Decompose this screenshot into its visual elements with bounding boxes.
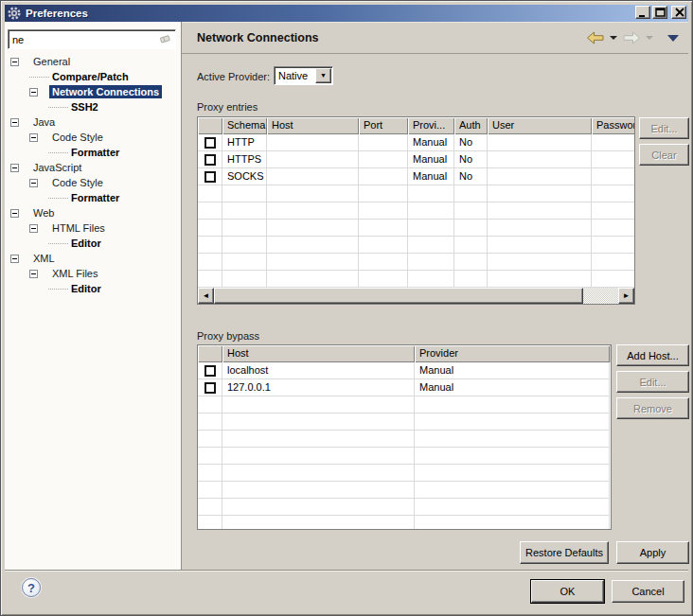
column-header-schema[interactable]: Schema <box>222 117 267 134</box>
cell <box>454 271 488 288</box>
combo-dropdown-icon[interactable]: ▼ <box>315 68 331 83</box>
tree-item-formatter[interactable]: Formatter <box>5 190 180 205</box>
edit-button[interactable]: Edit... <box>639 117 689 139</box>
row-checkbox[interactable] <box>204 137 216 149</box>
cell <box>198 448 222 465</box>
column-header-provider[interactable]: Provider <box>415 345 610 362</box>
tree-expander-icon[interactable] <box>10 118 19 127</box>
tree-item-java[interactable]: Java <box>5 114 180 130</box>
cell <box>198 202 222 220</box>
row-checkbox[interactable] <box>204 171 216 183</box>
cancel-button[interactable]: Cancel <box>612 580 684 603</box>
cell <box>222 448 415 465</box>
scroll-left-icon[interactable]: ◄ <box>198 288 214 304</box>
active-provider-combo[interactable]: Native ▼ <box>274 66 333 85</box>
column-header-user[interactable]: User <box>488 117 592 134</box>
add-host-button[interactable]: Add Host... <box>616 344 689 366</box>
proxy-entry-row[interactable]: HTTPManualNo <box>198 134 634 151</box>
cell <box>198 220 222 237</box>
column-header-checkbox[interactable] <box>198 117 222 134</box>
column-header-host[interactable]: Host <box>222 345 415 362</box>
tree-item-code-style[interactable]: Code Style <box>5 130 180 145</box>
restore-defaults-button[interactable]: Restore Defaults <box>520 541 609 564</box>
tree-expander-icon[interactable] <box>29 88 38 97</box>
titlebar[interactable]: Preferences <box>5 5 688 22</box>
proxy-entries-hscrollbar[interactable]: ◄ ► <box>198 288 634 304</box>
back-icon[interactable] <box>586 31 605 44</box>
tree-item-label: Network Connections <box>49 85 162 98</box>
clear-button[interactable]: Clear <box>639 144 689 166</box>
column-header-host[interactable]: Host <box>267 117 359 134</box>
tree-expander-icon[interactable] <box>10 209 19 218</box>
column-header-auth[interactable]: Auth <box>454 117 488 134</box>
back-history-dropdown-icon[interactable] <box>610 36 617 40</box>
proxy-entry-row[interactable]: HTTPSManualNo <box>198 151 634 168</box>
proxy-bypass-table[interactable]: HostProviderlocalhostManual127.0.0.1Manu… <box>197 344 612 530</box>
tree-expander-icon[interactable] <box>29 133 38 142</box>
tree-item-compare-patch[interactable]: Compare/Patch <box>5 69 180 84</box>
cell <box>222 254 267 271</box>
tree-item-html-files[interactable]: HTML Files <box>5 220 180 236</box>
tree-item-formatter[interactable]: Formatter <box>5 145 180 160</box>
proxy-bypass-row[interactable]: 127.0.0.1Manual <box>198 379 611 396</box>
remove-button[interactable]: Remove <box>616 397 689 419</box>
column-header-password[interactable]: Password <box>592 117 635 134</box>
proxy-entry-row[interactable]: SOCKSManualNo <box>198 168 634 185</box>
tree-item-code-style[interactable]: Code Style <box>5 175 180 190</box>
cell <box>359 168 408 185</box>
column-header-provi[interactable]: Provi... <box>408 117 454 134</box>
cell <box>267 237 359 254</box>
cell <box>267 271 359 288</box>
tree-expander-icon[interactable] <box>10 58 19 66</box>
ok-button[interactable]: OK <box>531 580 604 603</box>
tree-item-label: Code Style <box>49 176 106 189</box>
minimize-button[interactable] <box>635 6 650 19</box>
clear-search-icon[interactable] <box>159 34 171 44</box>
tree-expander-icon[interactable] <box>29 224 38 233</box>
row-checkbox[interactable] <box>204 382 216 394</box>
row-checkbox[interactable] <box>204 365 216 377</box>
tree-item-ssh2[interactable]: SSH2 <box>5 99 180 114</box>
cell <box>222 499 415 516</box>
tree-item-xml-files[interactable]: XML Files <box>5 266 180 281</box>
tree-item-web[interactable]: Web <box>5 205 180 220</box>
proxy-entries-table[interactable]: SchemaHostPortProvi...AuthUserPasswordHT… <box>197 116 635 305</box>
table-header: HostProvider <box>198 345 611 362</box>
cell <box>454 237 488 254</box>
tree-item-editor[interactable]: Editor <box>5 236 180 251</box>
search-input[interactable] <box>9 34 159 45</box>
tree-expander-icon[interactable] <box>10 164 19 172</box>
forward-icon[interactable] <box>622 31 641 44</box>
tree-item-xml[interactable]: XML <box>5 251 180 266</box>
help-icon[interactable]: ? <box>22 578 41 597</box>
tree-item-editor[interactable]: Editor <box>5 281 180 296</box>
edit-button[interactable]: Edit... <box>616 371 689 393</box>
cell <box>592 151 635 168</box>
column-header-port[interactable]: Port <box>359 117 408 134</box>
cell <box>222 482 415 499</box>
forward-history-dropdown-icon[interactable] <box>646 36 653 40</box>
cell <box>592 134 635 151</box>
close-button[interactable] <box>671 6 686 19</box>
tree-item-javascript[interactable]: JavaScript <box>5 160 180 175</box>
proxy-bypass-row <box>198 396 611 414</box>
tree-expander-icon[interactable] <box>29 179 38 187</box>
proxy-bypass-row[interactable]: localhostManual <box>198 362 611 379</box>
cell: Manual <box>408 151 454 168</box>
tree-expander-icon[interactable] <box>29 270 38 278</box>
tree-item-network-connections[interactable]: Network Connections <box>5 84 180 99</box>
tree-item-label: XML Files <box>49 267 101 280</box>
row-checkbox[interactable] <box>204 154 216 166</box>
preferences-tree: GeneralCompare/PatchNetwork ConnectionsS… <box>5 54 180 570</box>
scroll-right-icon[interactable]: ► <box>618 288 634 304</box>
tree-item-general[interactable]: General <box>5 54 180 69</box>
column-header-checkbox[interactable] <box>198 345 222 362</box>
proxy-entry-row <box>198 220 634 237</box>
apply-button[interactable]: Apply <box>616 541 689 564</box>
scrollbar-thumb[interactable] <box>214 288 583 304</box>
cell <box>408 271 454 288</box>
maximize-button[interactable] <box>652 6 667 19</box>
tree-expander-icon[interactable] <box>10 255 19 263</box>
view-menu-icon[interactable] <box>667 35 679 42</box>
cell <box>415 482 610 499</box>
